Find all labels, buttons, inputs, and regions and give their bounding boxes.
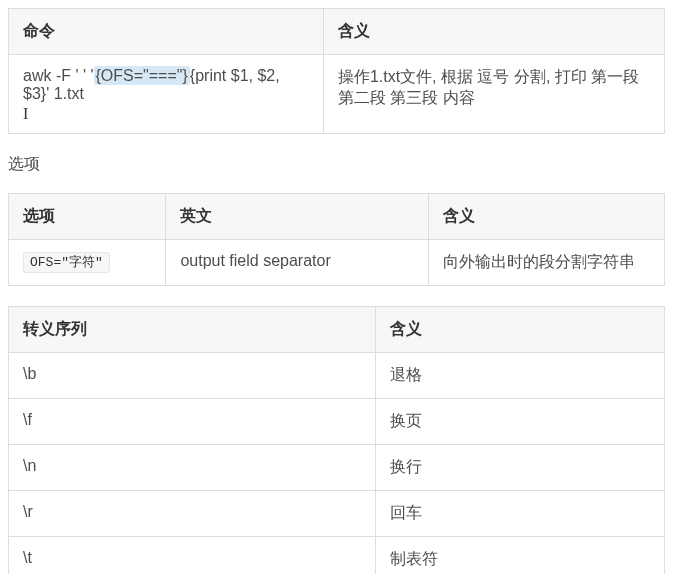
escape-sequence-table: 转义序列 含义 \b 退格 \f 换页 \n 换行 \r 回车 \t 制表符 bbox=[8, 306, 665, 574]
table-row: OFS="字符" output field separator 向外输出时的段分… bbox=[9, 240, 665, 286]
meaning-cell: 操作1.txt文件, 根据 逗号 分割, 打印 第一段 第二段 第三段 内容 bbox=[323, 55, 664, 134]
escape-meaning-cell: 退格 bbox=[376, 353, 665, 399]
cmd-highlight: {OFS="==="} bbox=[94, 66, 190, 85]
table-row: \t 制表符 bbox=[9, 537, 665, 575]
option-code: OFS="字符" bbox=[23, 252, 110, 273]
command-cell: awk -F ' ' '{OFS="==="}{print $1, $2, $3… bbox=[9, 55, 324, 134]
text-cursor-icon: I bbox=[23, 105, 28, 123]
table2-header-2: 含义 bbox=[428, 194, 664, 240]
table2-header-1: 英文 bbox=[166, 194, 428, 240]
command-table: 命令 含义 awk -F ' ' '{OFS="==="}{print $1, … bbox=[8, 8, 665, 134]
table-row: \b 退格 bbox=[9, 353, 665, 399]
escape-meaning-cell: 换页 bbox=[376, 399, 665, 445]
table-row: \f 换页 bbox=[9, 399, 665, 445]
table3-header-0: 转义序列 bbox=[9, 307, 376, 353]
option-cell: OFS="字符" bbox=[9, 240, 166, 286]
options-table: 选项 英文 含义 OFS="字符" output field separator… bbox=[8, 193, 665, 286]
table2-header-0: 选项 bbox=[9, 194, 166, 240]
table1-header-1: 含义 bbox=[323, 9, 664, 55]
escape-meaning-cell: 回车 bbox=[376, 491, 665, 537]
english-cell: output field separator bbox=[166, 240, 428, 286]
escape-meaning-cell: 换行 bbox=[376, 445, 665, 491]
table-row: \n 换行 bbox=[9, 445, 665, 491]
escape-seq-cell: \t bbox=[9, 537, 376, 575]
cmd-prefix: awk -F ' ' ' bbox=[23, 67, 94, 84]
table3-header-1: 含义 bbox=[376, 307, 665, 353]
escape-seq-cell: \n bbox=[9, 445, 376, 491]
table-row: awk -F ' ' '{OFS="==="}{print $1, $2, $3… bbox=[9, 55, 665, 134]
option-meaning-cell: 向外输出时的段分割字符串 bbox=[428, 240, 664, 286]
options-section-title: 选项 bbox=[8, 154, 665, 175]
escape-seq-cell: \f bbox=[9, 399, 376, 445]
escape-meaning-cell: 制表符 bbox=[376, 537, 665, 575]
escape-seq-cell: \r bbox=[9, 491, 376, 537]
table-row: \r 回车 bbox=[9, 491, 665, 537]
table1-header-0: 命令 bbox=[9, 9, 324, 55]
escape-seq-cell: \b bbox=[9, 353, 376, 399]
